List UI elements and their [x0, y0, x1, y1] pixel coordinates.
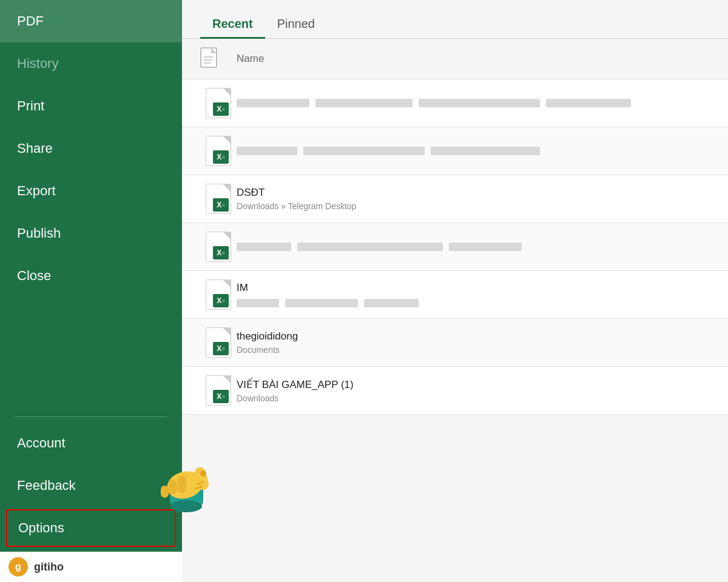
- excel-badge: X ≡: [213, 246, 229, 259]
- redact-row: [237, 242, 710, 251]
- redact-bar: [419, 99, 540, 107]
- file-row[interactable]: X ≡: [182, 223, 728, 271]
- sidebar-item-account[interactable]: Account: [0, 422, 182, 464]
- file-path: Documents: [237, 345, 710, 355]
- excel-file-icon: X ≡: [206, 232, 231, 262]
- file-icon: X ≡: [200, 232, 237, 262]
- file-info: IM: [237, 282, 710, 307]
- file-icon: X ≡: [200, 327, 237, 358]
- file-path: Downloads » Telegram Desktop: [237, 201, 710, 211]
- sidebar-item-label: Print: [17, 98, 44, 113]
- header-icon-col: [200, 47, 237, 70]
- tab-pinned-label: Pinned: [277, 17, 315, 30]
- redact-bar: [546, 99, 631, 107]
- header-name-col: Name: [237, 53, 710, 65]
- redact-bar: [297, 242, 443, 251]
- sidebar-item-pdf[interactable]: PDF: [0, 0, 182, 42]
- excel-x: X: [217, 105, 221, 113]
- sidebar-item-share[interactable]: Share: [0, 127, 182, 170]
- sidebar-item-history[interactable]: History: [0, 42, 182, 85]
- file-row[interactable]: X ≡: [182, 79, 728, 127]
- excel-badge: X ≡: [213, 198, 229, 212]
- file-row[interactable]: X ≡ thegioididong Documents: [182, 319, 728, 367]
- sidebar-item-label: Options: [18, 520, 64, 535]
- excel-badge: X ≡: [213, 150, 229, 164]
- redact-bar: [237, 299, 279, 307]
- file-icon: X ≡: [200, 375, 237, 406]
- tab-pinned[interactable]: Pinned: [265, 11, 327, 38]
- sidebar-item-label: Feedback: [17, 478, 76, 493]
- file-info: VIẾT BÀI GAME_APP (1) Downloads: [237, 378, 710, 403]
- file-name: DSĐT: [237, 187, 710, 199]
- tab-recent[interactable]: Recent: [200, 11, 265, 38]
- excel-file-icon: X ≡: [206, 88, 231, 118]
- redact-bar: [364, 299, 419, 307]
- sidebar-item-export[interactable]: Export: [0, 170, 182, 212]
- sidebar-divider: [15, 416, 167, 417]
- file-path: Downloads: [237, 393, 710, 403]
- file-list: Name X ≡: [182, 39, 728, 582]
- sidebar-item-feedback[interactable]: Feedback: [0, 464, 182, 507]
- sidebar-item-label: Share: [17, 141, 53, 156]
- file-name: VIẾT BÀI GAME_APP (1): [237, 378, 710, 391]
- redact-bar: [237, 147, 297, 155]
- excel-badge: X ≡: [213, 342, 229, 355]
- excel-badge: X ≡: [213, 294, 229, 307]
- sidebar: PDF History Print Share Export Publish C…: [0, 0, 182, 582]
- file-icon: X ≡: [200, 279, 237, 310]
- main-content: Recent Pinned Name: [182, 0, 728, 582]
- excel-file-icon: X ≡: [206, 279, 231, 310]
- file-info: thegioididong Documents: [237, 330, 710, 355]
- file-info: DSĐT Downloads » Telegram Desktop: [237, 187, 710, 211]
- sidebar-item-publish[interactable]: Publish: [0, 212, 182, 255]
- sidebar-item-print[interactable]: Print: [0, 85, 182, 127]
- file-row[interactable]: X ≡ VIẾT BÀI GAME_APP (1) Downloads: [182, 367, 728, 415]
- excel-file-icon: X ≡: [206, 327, 231, 358]
- file-name: thegioididong: [237, 330, 710, 343]
- sidebar-bottom: Account Feedback Options g gitiho: [0, 412, 182, 582]
- file-icon: X ≡: [200, 184, 237, 214]
- excel-file-icon: X ≡: [206, 184, 231, 214]
- sidebar-item-label: PDF: [17, 13, 44, 28]
- file-icon: X ≡: [200, 136, 237, 166]
- redact-bar: [303, 147, 425, 155]
- gitiho-label: gitiho: [34, 561, 64, 574]
- tab-recent-label: Recent: [212, 17, 253, 30]
- sidebar-item-label: Close: [17, 268, 51, 283]
- file-row[interactable]: X ≡ IM: [182, 271, 728, 319]
- file-info-redacted: [237, 147, 710, 155]
- file-name: IM: [237, 282, 710, 294]
- excel-file-icon: X ≡: [206, 136, 231, 166]
- redact-row: [237, 99, 710, 107]
- file-list-header: Name: [182, 39, 728, 79]
- tab-bar: Recent Pinned: [182, 0, 728, 39]
- gitiho-logo: g: [8, 557, 28, 577]
- redact-row: [237, 147, 710, 155]
- excel-badge: X ≡: [213, 390, 229, 403]
- redact-bar: [237, 99, 309, 107]
- gitiho-badge: g gitiho: [0, 552, 182, 582]
- sidebar-item-label: Account: [17, 435, 66, 450]
- redact-bar: [237, 242, 291, 251]
- excel-file-icon: X ≡: [206, 375, 231, 406]
- sidebar-item-label: History: [17, 56, 58, 71]
- redact-bar: [449, 242, 522, 251]
- file-info-redacted: [237, 242, 710, 251]
- file-icon: X ≡: [200, 88, 237, 118]
- redact-bar: [285, 299, 358, 307]
- sidebar-item-close[interactable]: Close: [0, 255, 182, 297]
- file-info-redacted: [237, 99, 710, 107]
- redact-bar: [315, 99, 413, 107]
- excel-badge: X ≡: [213, 102, 229, 116]
- file-row[interactable]: X ≡: [182, 127, 728, 175]
- sidebar-item-options[interactable]: Options: [6, 509, 176, 547]
- file-path-redacted: [237, 299, 710, 307]
- sidebar-item-label: Publish: [17, 226, 61, 241]
- redact-bar: [431, 147, 540, 155]
- sidebar-item-label: Export: [17, 183, 56, 198]
- file-row[interactable]: X ≡ DSĐT Downloads » Telegram Desktop: [182, 175, 728, 223]
- excel-lines: ≡: [222, 107, 225, 112]
